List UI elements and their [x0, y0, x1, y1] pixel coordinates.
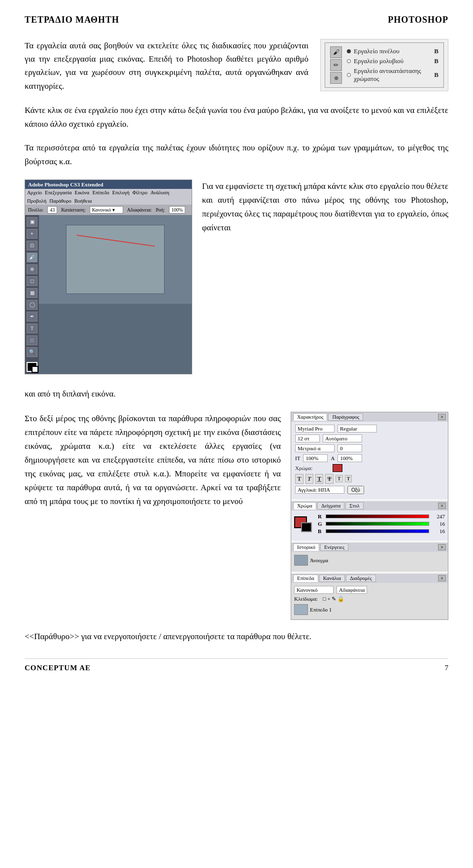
menu-help[interactable]: Βοήθεια: [74, 198, 92, 204]
btn-italic[interactable]: T: [305, 474, 313, 484]
tab-swatches[interactable]: Δείγματα: [317, 502, 344, 509]
toolbar-image-inner: 🖌 ✏ ⊕ Εργαλείο πινέλου B Εργαλείο μολυβι…: [325, 42, 444, 88]
g-slider[interactable]: [326, 522, 429, 526]
menu-layer[interactable]: Επίπεδο: [92, 190, 109, 195]
font-size-input[interactable]: 12 στ: [295, 434, 320, 442]
page-footer: CONCEPTUM AE 7: [25, 658, 448, 672]
tool-shape[interactable]: □: [27, 335, 37, 345]
font-style-dropdown[interactable]: Regular: [338, 425, 377, 433]
menu-filter[interactable]: Φίλτρο: [133, 190, 147, 195]
color-panel-body: R 247 G 16 B 16: [291, 510, 448, 541]
tab-styles[interactable]: Στυλ: [345, 502, 363, 509]
tool-brush-active[interactable]: 🖌: [27, 253, 37, 262]
tab-color[interactable]: Χρώμα: [293, 502, 316, 509]
tab-layers[interactable]: Επίπεδα: [293, 575, 318, 582]
bg-swatch[interactable]: [301, 522, 312, 532]
tool-selection[interactable]: ▣: [27, 217, 37, 227]
b-slider[interactable]: [326, 529, 429, 533]
btn-strikethrough[interactable]: T: [325, 474, 334, 484]
layer-mode-dropdown[interactable]: Κανονικό: [294, 586, 334, 594]
tool-dodge[interactable]: ◯: [27, 300, 37, 310]
menu-edit[interactable]: Επεξεργασία: [45, 190, 72, 195]
r-slider[interactable]: [326, 514, 429, 518]
scale-v-input[interactable]: 100%: [303, 454, 328, 462]
tab-channels[interactable]: Κανάλια: [319, 575, 345, 582]
section-after-image-text: και από τη διπλανή εικόνα.: [25, 387, 448, 401]
b-label: B: [318, 528, 324, 534]
section-click-tip: Κάντε κλικ σε ένα εργαλείο που έχει στην…: [25, 104, 448, 131]
font-row: Myriad Pro Regular: [295, 425, 444, 433]
color-panel-close-btn[interactable]: ×: [438, 503, 446, 509]
tool-text[interactable]: T: [27, 324, 37, 333]
scale-h-input[interactable]: 100%: [338, 454, 362, 462]
tool-stamp[interactable]: ⊕: [27, 264, 37, 274]
section-ps-screenshot: Adobe Photoshop CS3 Extended Αρχείο Επεξ…: [25, 180, 448, 374]
menu-select[interactable]: Επιλογή: [112, 190, 130, 195]
menu-image[interactable]: Εικόνα: [75, 190, 90, 195]
section-panels: Στο δεξί μέρος της οθόνης βρίσκονται τα …: [25, 412, 448, 620]
char-par-tabs-row: Χαρακτήρος Παράγραφος ×: [291, 412, 448, 422]
pencil-icon: ✏: [330, 59, 342, 71]
brush-size[interactable]: 43: [47, 206, 57, 214]
tab-character[interactable]: Χαρακτήρος: [293, 413, 327, 421]
btn-underline[interactable]: T: [315, 474, 324, 484]
panels-image: Χαρακτήρος Παράγραφος × Myriad Pro Regul…: [291, 412, 448, 620]
mode-value[interactable]: Κανονικό ▾: [90, 206, 123, 214]
menu-view[interactable]: Προβολή: [27, 198, 46, 204]
scale-row: IT 100% A 100%: [295, 454, 444, 462]
tool-pen[interactable]: ✒: [27, 312, 37, 322]
section-summary: <<Παράθυρο>> για να ενεργοποιήσετε / απε…: [25, 630, 448, 644]
btn-subscript[interactable]: T: [345, 475, 352, 482]
btn-bold[interactable]: T: [295, 474, 304, 484]
layer-normal-row: Κανονικό Αδιαφάνεια: [294, 586, 445, 594]
tool-eraser[interactable]: ◻: [27, 276, 37, 286]
panels-description-text: Στο δεξί μέρος της οθόνης βρίσκονται τα …: [25, 412, 281, 508]
ps-left-panel: ▣ ⌖ ⊡ 🖌 ⊕ ◻ ▦ ◯ ✒ T □ 🔍: [25, 215, 39, 374]
foreground-color[interactable]: [27, 362, 37, 372]
flow-value[interactable]: 100%: [169, 206, 185, 214]
color-swatch-row: R 247 G 16 B 16: [294, 513, 445, 536]
char-panel-close-btn[interactable]: ×: [438, 414, 446, 420]
tab-paths[interactable]: Διαδρομές: [346, 575, 376, 582]
layers-panel-close-btn[interactable]: ×: [438, 575, 446, 581]
fg-bg-swatches: [294, 516, 312, 532]
layers-tabs-row: Επίπεδα Κανάλια Διαδρομές ×: [291, 574, 448, 583]
menu-file[interactable]: Αρχείο: [27, 190, 42, 195]
size-row: 12 στ Αυτόματο: [295, 434, 444, 442]
font-family-dropdown[interactable]: Myriad Pro: [295, 425, 335, 433]
layer-item-1[interactable]: Επίπεδο 1: [294, 604, 445, 615]
sharp-btn[interactable]: Οξύ: [347, 486, 364, 494]
r-label: R: [318, 513, 324, 519]
tool-crop[interactable]: ⊡: [27, 241, 37, 251]
b-value: 16: [431, 528, 445, 534]
history-label-1: Άνοιγμα: [310, 557, 328, 563]
history-panel-close-btn[interactable]: ×: [438, 544, 446, 550]
layer-opacity-dropdown[interactable]: Αδιαφάνεια: [337, 586, 367, 594]
ps-red-brushstroke: [77, 235, 155, 247]
menu-window[interactable]: Παράθυρο: [49, 198, 71, 204]
g-value: 16: [431, 521, 445, 527]
lock-icons: □ + ✎ 🔒: [323, 596, 344, 602]
r-value: 247: [431, 513, 445, 519]
menu-analysis[interactable]: Ανάλυση: [150, 190, 169, 195]
tab-history[interactable]: Ιστορικό: [293, 543, 319, 551]
lang-dropdown[interactable]: Αγγλικά: ΗΠΑ: [295, 486, 344, 494]
tool-lasso[interactable]: ⌖: [27, 229, 37, 239]
tool-gradient[interactable]: ▦: [27, 288, 37, 298]
color-sliders: R 247 G 16 B 16: [318, 513, 445, 536]
btn-superscript[interactable]: T: [336, 475, 343, 482]
tab-paragraph[interactable]: Παράγραφος: [328, 413, 363, 421]
toolbar-key-replace: B: [434, 71, 439, 79]
color-swatch[interactable]: [333, 464, 342, 472]
history-thumb-1: [294, 555, 308, 566]
tracking-input[interactable]: 0: [338, 444, 362, 452]
flow-label: Ροή:: [156, 207, 165, 213]
replace-color-icon: ⊕: [330, 72, 342, 84]
history-panel-body: Άνοιγμα: [291, 552, 448, 572]
leading-dropdown[interactable]: Αυτόματο: [323, 434, 362, 442]
ps-body: ▣ ⌖ ⊡ 🖌 ⊕ ◻ ▦ ◯ ✒ T □ 🔍: [25, 215, 192, 374]
tool-zoom[interactable]: 🔍: [27, 347, 37, 357]
layers-panel-body: Κανονικό Αδιαφάνεια Κλείδωμα: □ + ✎ 🔒 Επ…: [291, 583, 448, 619]
metric-dropdown[interactable]: Μετρικό α: [295, 444, 335, 452]
tab-actions[interactable]: Ενέργειες: [320, 543, 348, 551]
